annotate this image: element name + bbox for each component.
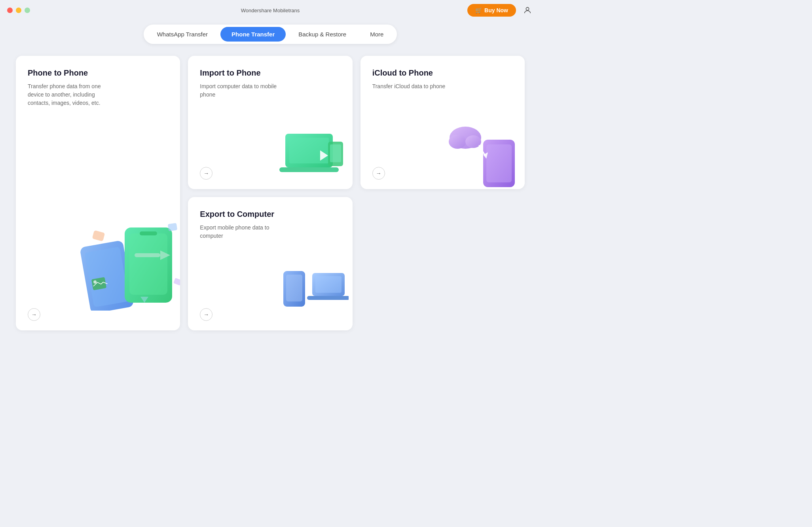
svg-rect-10 bbox=[92, 230, 105, 241]
card-phone-to-phone[interactable]: Phone to Phone Transfer phone data from … bbox=[16, 56, 180, 330]
card-import-to-phone[interactable]: Import to Phone Import computer data to … bbox=[188, 56, 352, 189]
icloud-to-phone-illustration bbox=[444, 116, 523, 187]
svg-rect-7 bbox=[140, 231, 157, 235]
titlebar: Wondershare Mobiletrans 🛒 Buy Now bbox=[0, 0, 541, 21]
card-phone-to-phone-arrow[interactable]: → bbox=[28, 308, 40, 321]
export-to-computer-illustration bbox=[277, 261, 349, 328]
svg-rect-16 bbox=[279, 167, 339, 172]
cart-icon: 🛒 bbox=[475, 7, 482, 13]
phone-to-phone-illustration bbox=[73, 208, 180, 311]
app-title: Wondershare Mobiletrans bbox=[241, 8, 300, 13]
tab-more[interactable]: More bbox=[359, 27, 395, 42]
card-export-to-computer[interactable]: Export to Computer Export mobile phone d… bbox=[188, 197, 352, 330]
svg-rect-31 bbox=[315, 276, 341, 293]
close-button[interactable] bbox=[7, 8, 13, 13]
titlebar-actions: 🛒 Buy Now bbox=[467, 4, 533, 17]
navigation-bar: WhatsApp Transfer Phone Transfer Backup … bbox=[0, 21, 541, 52]
card-phone-to-phone-desc: Transfer phone data from one device to a… bbox=[28, 82, 115, 107]
svg-rect-13 bbox=[173, 278, 180, 285]
maximize-button[interactable] bbox=[25, 8, 30, 13]
card-import-arrow[interactable]: → bbox=[200, 167, 212, 180]
nav-pill: WhatsApp Transfer Phone Transfer Backup … bbox=[144, 25, 397, 44]
buy-now-button[interactable]: 🛒 Buy Now bbox=[467, 4, 516, 17]
main-content: Phone to Phone Transfer phone data from … bbox=[0, 52, 541, 342]
card-export-desc: Export mobile phone data to computer bbox=[200, 224, 287, 240]
svg-rect-15 bbox=[289, 138, 329, 163]
card-import-title: Import to Phone bbox=[200, 68, 340, 78]
tab-phone-transfer[interactable]: Phone Transfer bbox=[220, 27, 286, 42]
svg-rect-6 bbox=[129, 233, 167, 295]
svg-rect-3 bbox=[91, 277, 106, 290]
svg-point-0 bbox=[526, 8, 529, 10]
tab-backup-restore[interactable]: Backup & Restore bbox=[287, 27, 357, 42]
card-icloud-to-phone[interactable]: iCloud to Phone Transfer iCloud data to … bbox=[360, 56, 525, 189]
svg-rect-32 bbox=[307, 296, 349, 300]
svg-rect-28 bbox=[286, 275, 302, 301]
svg-rect-11 bbox=[168, 223, 177, 231]
import-to-phone-illustration bbox=[277, 122, 349, 185]
svg-point-23 bbox=[449, 135, 466, 149]
svg-rect-21 bbox=[486, 144, 512, 182]
card-icloud-title: iCloud to Phone bbox=[372, 68, 513, 78]
card-phone-to-phone-title: Phone to Phone bbox=[28, 68, 168, 78]
card-icloud-desc: Transfer iCloud data to phone bbox=[372, 82, 459, 91]
svg-rect-9 bbox=[135, 253, 160, 257]
card-export-arrow[interactable]: → bbox=[200, 308, 212, 321]
card-icloud-arrow[interactable]: → bbox=[372, 167, 385, 180]
user-account-button[interactable] bbox=[522, 4, 533, 16]
minimize-button[interactable] bbox=[16, 8, 21, 13]
card-export-title: Export to Computer bbox=[200, 210, 340, 219]
traffic-lights bbox=[7, 8, 30, 13]
card-import-desc: Import computer data to mobile phone bbox=[200, 82, 287, 99]
svg-rect-19 bbox=[330, 144, 341, 162]
tab-whatsapp[interactable]: WhatsApp Transfer bbox=[146, 27, 219, 42]
